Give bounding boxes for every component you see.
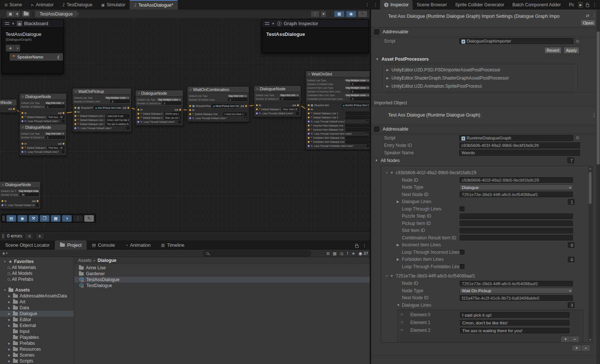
tab-animation[interactable]: ◔Animation xyxy=(120,240,156,250)
property-dropdown[interactable]: Say Multiple Lines▾ xyxy=(344,94,370,97)
pen-button[interactable]: ✎ xyxy=(84,215,94,222)
property-field[interactable]: 2 xyxy=(162,102,181,105)
graph-window-menu-icon[interactable]: ⋮ xyxy=(365,2,370,7)
foldout-caret[interactable]: ▶ xyxy=(7,324,11,327)
port-text-field[interactable]: I said pick it up! xyxy=(106,114,129,118)
port-dot[interactable] xyxy=(308,117,310,118)
port-dot[interactable] xyxy=(74,127,76,129)
foldout-caret[interactable]: ▶ xyxy=(7,306,11,310)
folder-external[interactable]: ▶External xyxy=(0,323,74,328)
tab-sprite-collider-generator[interactable]: Sprite Collider Generator xyxy=(451,0,509,10)
tab-scene-browser[interactable]: Scene Browser xyxy=(413,0,451,10)
favorites-header[interactable]: ▼★Favorites xyxy=(0,259,74,264)
object-menu-icon[interactable]: ⋮ xyxy=(592,112,596,118)
folder-resources[interactable]: ▶Resources xyxy=(0,346,74,352)
port-text-field[interactable] xyxy=(346,112,369,115)
toolbar-drag-handle[interactable] xyxy=(3,216,4,221)
port-text-field[interactable] xyxy=(346,136,369,139)
foldout-caret[interactable]: ▶ xyxy=(397,200,399,203)
port-text-field[interactable]: I need my meat :) xyxy=(223,112,247,116)
folder-scenes[interactable]: ▶Scenes xyxy=(0,352,74,358)
speaker-name-field[interactable]: Weirdo xyxy=(459,150,580,156)
drag-handle-icon[interactable]: = xyxy=(386,171,388,175)
foldout-caret[interactable]: ▶ xyxy=(386,84,389,88)
port-dot[interactable] xyxy=(256,112,258,114)
remove-node-button[interactable]: − xyxy=(581,345,590,351)
object-field[interactable]: ◆Meat [Pickup Item Data]⊙ xyxy=(212,104,239,108)
dropdown-field[interactable]: Wait On Pickup▾ xyxy=(460,288,573,293)
folder-input[interactable]: Input xyxy=(0,328,74,334)
port-in-dot[interactable] xyxy=(189,109,191,111)
property-dropdown[interactable]: Say One Line▾ xyxy=(227,94,247,98)
port-dot[interactable] xyxy=(308,112,310,114)
add-property-dropdown[interactable]: ▾ xyxy=(15,44,20,52)
previous-error-button[interactable]: ◀ xyxy=(24,233,33,239)
alert-icon[interactable]: ! xyxy=(347,251,349,256)
foldout-caret[interactable]: ▼ xyxy=(390,171,393,175)
foldout-caret[interactable]: ▼ xyxy=(375,159,378,162)
text-field[interactable]: 7251e73e-38d3-44ff-a8c5-bcf54088aaf1 xyxy=(460,192,573,197)
graph-node-waitoncombination[interactable]: ≡WaitOnCombinationDefault Line TypeSay O… xyxy=(187,86,249,122)
port-out-dot[interactable] xyxy=(37,200,39,202)
port-in-dot[interactable] xyxy=(1,200,3,202)
search-input[interactable] xyxy=(211,251,308,256)
port-dot[interactable] xyxy=(308,104,310,106)
graph-node-dialoguenode[interactable]: ≡DialogueNodeDefault Line TypeSay One Li… xyxy=(19,124,67,156)
property-field[interactable]: 1 xyxy=(46,105,65,108)
port-dot[interactable] xyxy=(21,120,23,122)
foldout-caret[interactable]: ▼ xyxy=(376,57,379,61)
drag-handle-icon[interactable] xyxy=(265,22,269,25)
text-field[interactable]: c93b5606-401f-49a2-99b5-9ecbf1fa9c29 xyxy=(460,177,573,183)
postprocessor-item[interactable]: ▶UnityEditor.U2D.Animation.SpritePostPro… xyxy=(383,82,577,90)
port-dot[interactable] xyxy=(21,116,23,118)
blackboard-header[interactable]: ▼ ▦ Blackboard xyxy=(2,20,63,28)
port-checkbox[interactable]: ✓ xyxy=(244,117,247,119)
text-field[interactable]: I said pick it up! xyxy=(460,312,570,318)
object-field[interactable]: ◆Axe [Pickup Item Data]⊙ xyxy=(94,106,121,109)
property-field[interactable]: 1 xyxy=(228,98,247,101)
port-dot[interactable] xyxy=(308,129,310,131)
checkbox[interactable] xyxy=(460,206,464,211)
drag-handle-icon[interactable]: = xyxy=(401,312,403,317)
favorites-item-all-materials[interactable]: All Materials xyxy=(0,264,74,270)
port-dot[interactable] xyxy=(189,117,191,119)
create-asset-button[interactable]: + xyxy=(2,251,5,256)
foldout-caret[interactable]: ▶ xyxy=(7,360,11,363)
property-dropdown[interactable]: Say Multiple Lines▾ xyxy=(344,79,370,82)
node-title[interactable]: ≡DialogueNode xyxy=(20,94,66,100)
port-out-dot[interactable] xyxy=(245,105,247,107)
remove-element-button[interactable]: − xyxy=(570,336,579,342)
collapse-caret-icon[interactable]: ▼ xyxy=(271,22,275,26)
folder-prefabs[interactable]: ▶Prefabs xyxy=(0,340,74,346)
property-dropdown[interactable]: Say Multiple Lines▾ xyxy=(18,189,39,193)
port-in-dot[interactable] xyxy=(308,108,310,110)
array-size-field[interactable]: 0 xyxy=(568,242,574,248)
port-dot[interactable] xyxy=(308,121,310,122)
apply-button[interactable]: Apply xyxy=(564,47,579,54)
port-out-dot[interactable] xyxy=(13,108,15,110)
tab-animator[interactable]: ⊳Animator xyxy=(26,0,58,10)
port-dot[interactable] xyxy=(74,115,76,117)
scroll-down-arrow[interactable]: ▼ xyxy=(589,338,592,341)
drag-handle-icon[interactable]: = xyxy=(386,274,388,278)
port-text-field[interactable]: Now, go cut, i xyxy=(164,116,181,119)
text-field[interactable]: The ass is waiting there for you! xyxy=(460,328,570,333)
port-text-field[interactable] xyxy=(346,116,369,119)
node-entry-header[interactable]: =▼c93b5606-401f-49a2-99b5-9ecbf1fa9c29 xyxy=(381,169,592,176)
inspector-scrollbar[interactable] xyxy=(596,10,600,364)
property-field[interactable]: 2 xyxy=(350,82,370,86)
breadcrumb-current[interactable]: Dialogue xyxy=(98,258,117,263)
header-menu-icon[interactable]: ⋮ xyxy=(592,13,596,18)
blackboard-panel[interactable]: ▼ ▦ Blackboard TestAssDialogue (Dialogue… xyxy=(1,19,64,74)
port-dot[interactable] xyxy=(74,119,76,121)
folder-art[interactable]: ▶Art xyxy=(0,299,74,305)
addressable-checkbox[interactable] xyxy=(374,29,379,34)
graph-node-startnode[interactable]: ≡StartNodeout xyxy=(0,99,17,113)
node-title[interactable]: ≡WaitOnSlot xyxy=(306,71,370,77)
port-dot[interactable] xyxy=(137,121,139,123)
tab-testdialogue[interactable]: ZTestDialogue xyxy=(58,0,97,10)
folder-playables[interactable]: Playables xyxy=(0,334,74,340)
info-button[interactable]: ◉ xyxy=(17,215,27,222)
port-dot[interactable] xyxy=(74,107,76,109)
presets-icon[interactable]: ⇄ xyxy=(586,13,589,18)
